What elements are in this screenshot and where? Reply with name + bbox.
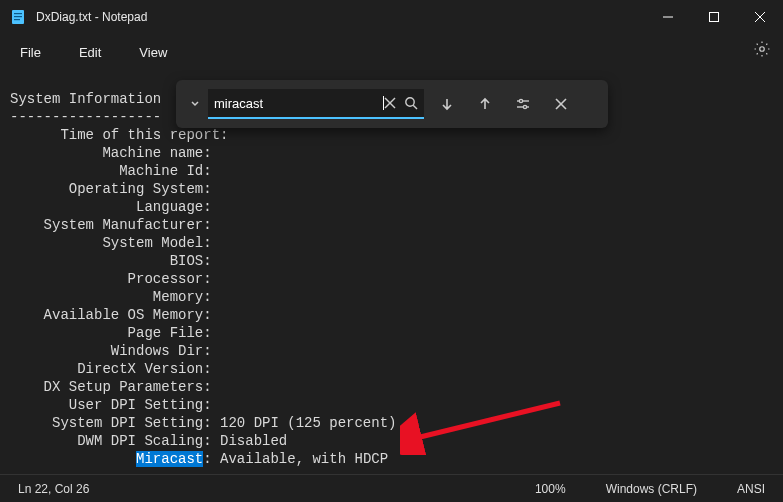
line-pagefile: Page File:	[10, 325, 212, 341]
menu-file[interactable]: File	[8, 39, 53, 66]
title-bar: DxDiag.txt - Notepad	[0, 0, 783, 34]
line-dashes: ------------------	[10, 109, 161, 125]
line-miracast-post: : Available, with HDCP	[203, 451, 388, 467]
svg-line-12	[413, 105, 417, 109]
line-time: Time of this report:	[10, 127, 228, 143]
line-directx-version: DirectX Version:	[10, 361, 212, 377]
status-zoom: 100%	[535, 482, 566, 496]
line-sys-dpi-value: 120 DPI (125 percent)	[220, 415, 396, 431]
find-close-button[interactable]	[542, 98, 580, 110]
line-avail-memory: Available OS Memory:	[10, 307, 212, 323]
line-miracast-pre	[10, 451, 136, 467]
line-processor: Processor:	[10, 271, 212, 287]
svg-point-8	[760, 47, 765, 52]
line-windows-dir: Windows Dir:	[10, 343, 212, 359]
settings-button[interactable]	[753, 40, 771, 62]
svg-rect-3	[14, 19, 20, 20]
line-dwm-value: Disabled	[220, 433, 287, 449]
maximize-button[interactable]	[691, 0, 737, 34]
status-bar: Ln 22, Col 26 100% Windows (CRLF) ANSI	[0, 474, 783, 502]
svg-rect-5	[710, 13, 719, 22]
line-sys-dpi-label: System DPI Setting:	[10, 415, 220, 431]
svg-point-14	[519, 99, 522, 102]
line-sys-model: System Model:	[10, 235, 212, 251]
line-dx-setup: DX Setup Parameters:	[10, 379, 212, 395]
line-user-dpi: User DPI Setting:	[10, 397, 212, 413]
line-dwm-label: DWM DPI Scaling:	[10, 433, 220, 449]
minimize-button[interactable]	[645, 0, 691, 34]
svg-rect-2	[14, 16, 22, 17]
line-bios: BIOS:	[10, 253, 212, 269]
line-memory: Memory:	[10, 289, 212, 305]
text-editor[interactable]: System Information ------------------ Ti…	[0, 70, 783, 478]
find-options-button[interactable]	[504, 96, 542, 112]
notepad-icon	[10, 9, 26, 25]
svg-point-11	[406, 98, 414, 106]
find-next-button[interactable]	[428, 97, 466, 111]
close-button[interactable]	[737, 0, 783, 34]
find-prev-button[interactable]	[466, 97, 504, 111]
search-match-highlight: Miracast	[136, 451, 203, 467]
line-heading: System Information	[10, 91, 161, 107]
status-encoding: ANSI	[737, 482, 765, 496]
clear-input-button[interactable]	[384, 96, 396, 110]
menu-view[interactable]: View	[127, 39, 179, 66]
menu-bar: File Edit View	[0, 34, 783, 70]
line-sys-manufacturer: System Manufacturer:	[10, 217, 212, 233]
status-line-ending: Windows (CRLF)	[606, 482, 697, 496]
line-language: Language:	[10, 199, 212, 215]
find-input[interactable]	[214, 96, 384, 111]
menu-edit[interactable]: Edit	[67, 39, 113, 66]
window-title: DxDiag.txt - Notepad	[36, 10, 645, 24]
svg-point-16	[523, 105, 526, 108]
search-icon[interactable]	[404, 96, 418, 110]
svg-rect-1	[14, 13, 22, 14]
find-input-wrapper	[208, 89, 424, 119]
line-machine-name: Machine name:	[10, 145, 212, 161]
status-cursor-position: Ln 22, Col 26	[18, 482, 89, 496]
window-controls	[645, 0, 783, 34]
line-machine-id: Machine Id:	[10, 163, 212, 179]
find-bar	[176, 80, 608, 128]
line-os: Operating System:	[10, 181, 212, 197]
find-expand-toggle[interactable]	[182, 98, 208, 110]
